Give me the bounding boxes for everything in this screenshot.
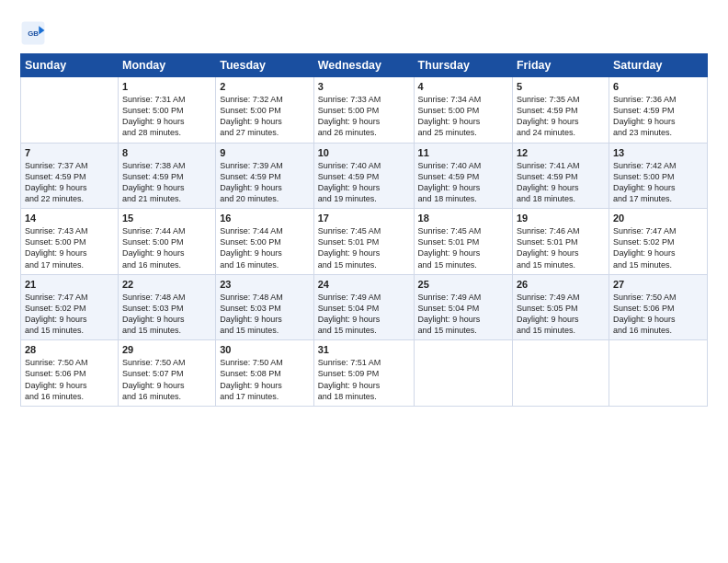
day-number: 16 [220, 213, 310, 224]
day-number: 15 [122, 213, 211, 224]
calendar-cell: 23Sunrise: 7:48 AM Sunset: 5:03 PM Dayli… [216, 274, 314, 340]
day-number: 19 [517, 213, 605, 224]
weekday-header-sunday: Sunday [21, 54, 119, 77]
day-number: 20 [613, 213, 703, 224]
calendar-cell: 16Sunrise: 7:44 AM Sunset: 5:00 PM Dayli… [216, 209, 314, 275]
calendar-header: SundayMondayTuesdayWednesdayThursdayFrid… [21, 54, 708, 77]
day-info: Sunrise: 7:32 AM Sunset: 5:00 PM Dayligh… [220, 94, 310, 139]
day-info: Sunrise: 7:44 AM Sunset: 5:00 PM Dayligh… [122, 225, 211, 270]
calendar-week-2: 7Sunrise: 7:37 AM Sunset: 4:59 PM Daylig… [21, 143, 708, 209]
day-info: Sunrise: 7:44 AM Sunset: 5:00 PM Dayligh… [220, 225, 310, 270]
calendar-cell: 6Sunrise: 7:36 AM Sunset: 4:59 PM Daylig… [609, 77, 707, 144]
day-info: Sunrise: 7:48 AM Sunset: 5:03 PM Dayligh… [220, 292, 310, 337]
day-info: Sunrise: 7:50 AM Sunset: 5:06 PM Dayligh… [25, 357, 114, 402]
calendar-cell: 29Sunrise: 7:50 AM Sunset: 5:07 PM Dayli… [118, 340, 215, 407]
calendar-cell: 31Sunrise: 7:51 AM Sunset: 5:09 PM Dayli… [313, 340, 414, 407]
calendar-cell: 12Sunrise: 7:41 AM Sunset: 4:59 PM Dayli… [512, 143, 609, 209]
calendar-week-4: 21Sunrise: 7:47 AM Sunset: 5:02 PM Dayli… [21, 274, 708, 340]
calendar-cell: 5Sunrise: 7:35 AM Sunset: 4:59 PM Daylig… [512, 77, 609, 144]
day-number: 2 [220, 81, 310, 92]
day-info: Sunrise: 7:42 AM Sunset: 5:00 PM Dayligh… [613, 160, 703, 205]
day-number: 24 [318, 279, 410, 290]
day-number: 10 [318, 147, 410, 158]
calendar-cell [21, 77, 119, 144]
calendar-cell: 3Sunrise: 7:33 AM Sunset: 5:00 PM Daylig… [313, 77, 414, 144]
day-number: 8 [122, 147, 211, 158]
svg-text:GB: GB [28, 29, 39, 38]
calendar-cell: 4Sunrise: 7:34 AM Sunset: 5:00 PM Daylig… [414, 77, 512, 144]
day-number: 5 [517, 81, 605, 92]
weekday-header-wednesday: Wednesday [313, 54, 414, 77]
calendar-table: SundayMondayTuesdayWednesdayThursdayFrid… [20, 53, 708, 407]
day-number: 22 [122, 279, 211, 290]
day-info: Sunrise: 7:45 AM Sunset: 5:01 PM Dayligh… [418, 225, 508, 270]
calendar-cell [512, 340, 609, 407]
day-info: Sunrise: 7:31 AM Sunset: 5:00 PM Dayligh… [122, 94, 211, 139]
day-number: 3 [318, 81, 410, 92]
calendar-week-3: 14Sunrise: 7:43 AM Sunset: 5:00 PM Dayli… [21, 209, 708, 275]
calendar-cell: 9Sunrise: 7:39 AM Sunset: 4:59 PM Daylig… [216, 143, 314, 209]
calendar-week-1: 1Sunrise: 7:31 AM Sunset: 5:00 PM Daylig… [21, 77, 708, 144]
day-number: 11 [418, 147, 508, 158]
day-info: Sunrise: 7:49 AM Sunset: 5:04 PM Dayligh… [318, 292, 410, 337]
calendar-cell: 8Sunrise: 7:38 AM Sunset: 4:59 PM Daylig… [118, 143, 215, 209]
weekday-header-tuesday: Tuesday [216, 54, 314, 77]
calendar-cell: 15Sunrise: 7:44 AM Sunset: 5:00 PM Dayli… [118, 209, 215, 275]
day-number: 23 [220, 279, 310, 290]
day-info: Sunrise: 7:46 AM Sunset: 5:01 PM Dayligh… [517, 225, 605, 270]
day-number: 12 [517, 147, 605, 158]
calendar-cell [609, 340, 707, 407]
day-number: 7 [25, 147, 114, 158]
calendar-cell: 14Sunrise: 7:43 AM Sunset: 5:00 PM Dayli… [21, 209, 119, 275]
calendar-cell [414, 340, 512, 407]
day-number: 29 [122, 344, 211, 355]
day-info: Sunrise: 7:49 AM Sunset: 5:05 PM Dayligh… [517, 292, 605, 337]
day-info: Sunrise: 7:47 AM Sunset: 5:02 PM Dayligh… [25, 292, 114, 337]
calendar-cell: 21Sunrise: 7:47 AM Sunset: 5:02 PM Dayli… [21, 274, 119, 340]
weekday-header-saturday: Saturday [609, 54, 707, 77]
calendar-cell: 19Sunrise: 7:46 AM Sunset: 5:01 PM Dayli… [512, 209, 609, 275]
logo: GB [20, 20, 50, 46]
day-info: Sunrise: 7:43 AM Sunset: 5:00 PM Dayligh… [25, 225, 114, 270]
day-number: 1 [122, 81, 211, 92]
calendar-cell: 7Sunrise: 7:37 AM Sunset: 4:59 PM Daylig… [21, 143, 119, 209]
day-number: 4 [418, 81, 508, 92]
calendar-week-5: 28Sunrise: 7:50 AM Sunset: 5:06 PM Dayli… [21, 340, 708, 407]
day-info: Sunrise: 7:36 AM Sunset: 4:59 PM Dayligh… [613, 94, 703, 139]
weekday-header-monday: Monday [118, 54, 215, 77]
day-info: Sunrise: 7:50 AM Sunset: 5:06 PM Dayligh… [613, 292, 703, 337]
day-number: 18 [418, 213, 508, 224]
calendar-cell: 22Sunrise: 7:48 AM Sunset: 5:03 PM Dayli… [118, 274, 215, 340]
day-info: Sunrise: 7:37 AM Sunset: 4:59 PM Dayligh… [25, 160, 114, 205]
day-info: Sunrise: 7:34 AM Sunset: 5:00 PM Dayligh… [418, 94, 508, 139]
day-number: 9 [220, 147, 310, 158]
day-number: 17 [318, 213, 410, 224]
day-info: Sunrise: 7:47 AM Sunset: 5:02 PM Dayligh… [613, 225, 703, 270]
calendar-cell: 30Sunrise: 7:50 AM Sunset: 5:08 PM Dayli… [216, 340, 314, 407]
calendar-cell: 13Sunrise: 7:42 AM Sunset: 5:00 PM Dayli… [609, 143, 707, 209]
page: GB SundayMondayTuesdayWednesdayThursdayF… [0, 0, 728, 563]
weekday-header-thursday: Thursday [414, 54, 512, 77]
day-number: 21 [25, 279, 114, 290]
header: GB [20, 17, 708, 46]
day-number: 30 [220, 344, 310, 355]
day-info: Sunrise: 7:40 AM Sunset: 4:59 PM Dayligh… [318, 160, 410, 205]
day-info: Sunrise: 7:50 AM Sunset: 5:07 PM Dayligh… [122, 357, 211, 402]
calendar-cell: 2Sunrise: 7:32 AM Sunset: 5:00 PM Daylig… [216, 77, 314, 144]
calendar-cell: 20Sunrise: 7:47 AM Sunset: 5:02 PM Dayli… [609, 209, 707, 275]
calendar-cell: 28Sunrise: 7:50 AM Sunset: 5:06 PM Dayli… [21, 340, 119, 407]
day-info: Sunrise: 7:41 AM Sunset: 4:59 PM Dayligh… [517, 160, 605, 205]
calendar-cell: 27Sunrise: 7:50 AM Sunset: 5:06 PM Dayli… [609, 274, 707, 340]
weekday-header-friday: Friday [512, 54, 609, 77]
day-number: 13 [613, 147, 703, 158]
day-number: 14 [25, 213, 114, 224]
day-info: Sunrise: 7:38 AM Sunset: 4:59 PM Dayligh… [122, 160, 211, 205]
day-info: Sunrise: 7:45 AM Sunset: 5:01 PM Dayligh… [318, 225, 410, 270]
day-info: Sunrise: 7:40 AM Sunset: 4:59 PM Dayligh… [418, 160, 508, 205]
day-number: 27 [613, 279, 703, 290]
day-info: Sunrise: 7:49 AM Sunset: 5:04 PM Dayligh… [418, 292, 508, 337]
calendar-cell: 10Sunrise: 7:40 AM Sunset: 4:59 PM Dayli… [313, 143, 414, 209]
calendar-cell: 17Sunrise: 7:45 AM Sunset: 5:01 PM Dayli… [313, 209, 414, 275]
day-info: Sunrise: 7:33 AM Sunset: 5:00 PM Dayligh… [318, 94, 410, 139]
calendar-cell: 18Sunrise: 7:45 AM Sunset: 5:01 PM Dayli… [414, 209, 512, 275]
